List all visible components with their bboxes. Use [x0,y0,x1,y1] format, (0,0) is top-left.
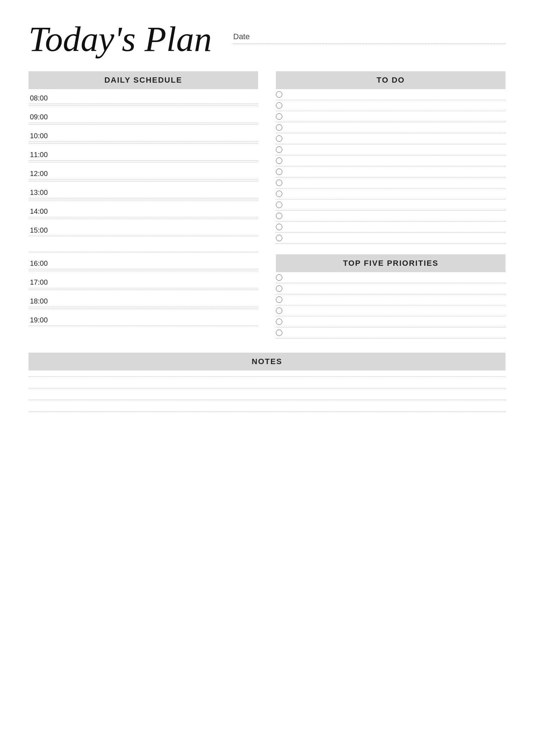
todo-checkbox[interactable] [276,146,282,153]
schedule-section: DAILY SCHEDULE 08:00 09:00 10:00 [28,71,258,338]
date-label: Date [233,32,506,41]
todo-checkbox[interactable] [276,180,282,186]
todo-checkbox[interactable] [276,235,282,241]
todo-item [276,155,506,166]
schedule-line [28,162,258,162]
hour-label-0800: 08:00 [28,91,258,104]
schedule-block-1800: 18:00 [28,292,258,309]
schedule-line [28,236,258,236]
schedule-line [28,143,258,144]
right-column: TO DO [276,71,506,338]
priority-item [276,316,506,327]
todo-item [276,144,506,155]
todo-rows [276,89,506,244]
hour-label-0900: 09:00 [28,110,258,123]
todo-item [276,211,506,222]
schedule-line [28,290,258,290]
schedule-line [28,141,258,142]
todo-checkbox[interactable] [276,113,282,120]
schedule-line [28,124,258,125]
schedule-block-1200: 12:00 [28,165,258,181]
notes-line [28,376,506,377]
notes-header: NOTES [28,353,506,371]
schedule-line [28,288,258,288]
notes-line [28,411,506,412]
todo-checkbox[interactable] [276,91,282,98]
schedule-line [28,160,258,161]
schedule-block-1900: 19:00 [28,311,258,326]
priority-checkbox[interactable] [276,285,282,292]
notes-section: NOTES [28,353,506,423]
todo-item [276,188,506,200]
page-title: Today's Plan [28,21,212,57]
todo-item [276,89,506,100]
schedule-line [28,104,258,104]
page-header: Today's Plan Date [28,21,506,57]
todo-checkbox[interactable] [276,213,282,219]
schedule-block-1500: 15:00 [28,221,258,252]
priority-checkbox[interactable] [276,330,282,336]
hour-label-1700: 17:00 [28,275,258,288]
todo-checkbox[interactable] [276,124,282,131]
schedule-block-1600: 16:00 [28,254,258,271]
schedule-line [28,105,258,106]
schedule-header: DAILY SCHEDULE [28,71,258,89]
priority-checkbox[interactable] [276,296,282,303]
todo-checkbox[interactable] [276,169,282,175]
schedule-block-0800: 08:00 [28,89,258,106]
priority-item [276,283,506,294]
notes-line [28,400,506,400]
schedule-line [28,198,258,198]
todo-item [276,200,506,211]
schedule-line [28,181,258,181]
schedule-block-1700: 17:00 [28,273,258,290]
priority-item [276,327,506,338]
todo-checkbox[interactable] [276,102,282,109]
todo-checkbox[interactable] [276,135,282,142]
priority-item [276,305,506,316]
priority-checkbox[interactable] [276,319,282,325]
todo-item [276,177,506,188]
hour-label-1000: 10:00 [28,129,258,141]
main-grid: DAILY SCHEDULE 08:00 09:00 10:00 [28,71,506,423]
date-field: Date [233,32,506,44]
todo-item [276,122,506,133]
schedule-line [28,309,258,309]
todo-item [276,233,506,244]
hour-label-1400: 14:00 [28,204,258,217]
hour-label-1500: 15:00 [28,223,258,236]
hour-label-1100: 11:00 [28,148,258,160]
schedule-line [28,307,258,307]
priority-item [276,294,506,305]
hour-label-1900: 19:00 [28,313,258,326]
schedule-block-1300: 13:00 [28,183,258,200]
schedule-line [28,123,258,123]
priorities-section: TOP FIVE PRIORITIES [276,254,506,338]
todo-checkbox[interactable] [276,191,282,197]
priority-checkbox[interactable] [276,307,282,314]
todo-checkbox[interactable] [276,157,282,164]
hour-label-1800: 18:00 [28,294,258,307]
todo-checkbox[interactable] [276,202,282,208]
notes-lines [28,376,506,412]
todo-item [276,222,506,233]
priority-item [276,272,506,283]
todo-item [276,133,506,144]
date-line [233,43,506,44]
hour-label-1300: 13:00 [28,186,258,198]
schedule-rows: 08:00 09:00 10:00 11:00 [28,89,258,326]
notes-line [28,388,506,388]
schedule-line [28,200,258,200]
schedule-block-0900: 09:00 [28,108,258,125]
todo-header: TO DO [276,71,506,89]
priorities-rows [276,272,506,338]
priority-checkbox[interactable] [276,274,282,281]
schedule-line [28,269,258,269]
schedule-line [28,271,258,271]
todo-checkbox[interactable] [276,224,282,230]
schedule-line [28,326,258,326]
todo-item [276,100,506,111]
schedule-line [28,252,258,252]
todo-item [276,166,506,177]
schedule-block-1000: 10:00 [28,127,258,144]
